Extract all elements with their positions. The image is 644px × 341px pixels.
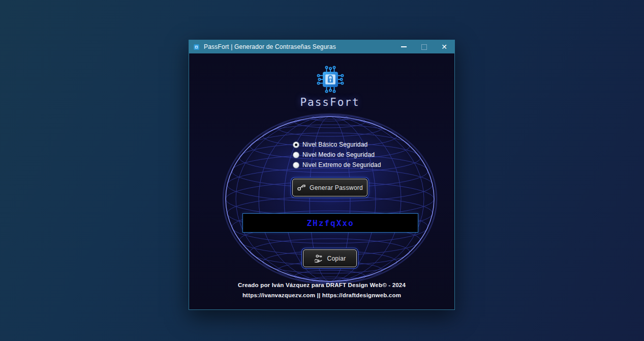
security-level-group: Nivel Básico Seguridad Nivel Medio de Se…: [293, 139, 381, 170]
close-button[interactable]: ✕: [434, 40, 454, 53]
radio-label: Nivel Básico Seguridad: [302, 141, 367, 148]
titlebar[interactable]: PassFort | Generador de Contraseñas Segu…: [189, 40, 454, 53]
maximize-icon: [421, 44, 427, 50]
radio-icon: [293, 141, 299, 148]
passfort-window: PassFort | Generador de Contraseñas Segu…: [189, 40, 455, 310]
maximize-button[interactable]: [414, 40, 434, 53]
radio-label: Nivel Extremo de Seguridad: [302, 161, 381, 168]
footer-links: https://ivanvazquezv.com || https://draf…: [189, 292, 454, 298]
copy-button-label: Copiar: [327, 255, 346, 262]
hand-holding-key-icon: [314, 254, 323, 263]
generate-password-button[interactable]: Generar Password: [292, 179, 367, 196]
window-body: PassFort Nivel Básico Seguridad Nivel Me…: [189, 53, 454, 309]
passfort-logo-icon: [315, 64, 346, 95]
radio-nivel-basico[interactable]: Nivel Básico Seguridad: [293, 139, 381, 150]
password-output-field[interactable]: ZHzfqXxo: [242, 213, 418, 233]
minimize-icon: [401, 46, 407, 47]
copy-button[interactable]: Copiar: [303, 249, 357, 267]
generate-button-label: Generar Password: [310, 184, 363, 191]
radio-icon: [293, 162, 299, 168]
close-icon: ✕: [441, 43, 447, 51]
app-title: PassFort: [189, 96, 454, 108]
generated-password: ZHzfqXxo: [306, 218, 354, 228]
window-title: PassFort | Generador de Contraseñas Segu…: [204, 43, 393, 50]
radio-icon: [293, 152, 299, 158]
key-icon: [297, 184, 306, 191]
footer-credit: Creado por Iván Vázquez para DRAFT Desig…: [189, 282, 454, 288]
radio-label: Nivel Medio de Seguridad: [302, 151, 375, 158]
radio-nivel-medio[interactable]: Nivel Medio de Seguridad: [293, 150, 381, 160]
app-icon: [193, 43, 200, 51]
minimize-button[interactable]: [393, 40, 414, 53]
radio-nivel-extremo[interactable]: Nivel Extremo de Seguridad: [293, 160, 381, 170]
